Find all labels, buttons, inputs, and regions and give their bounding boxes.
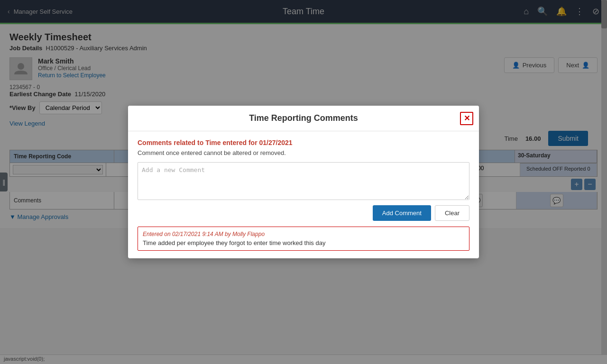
modal-body: Comments related to Time entered for 01/…: [128, 131, 479, 258]
modal-header: Time Reporting Comments ✕: [128, 106, 479, 131]
existing-comment: Entered on 02/17/2021 9:14 AM by Molly F…: [138, 227, 469, 251]
comment-actions: Add Comment Clear: [138, 205, 469, 221]
add-comment-button[interactable]: Add Comment: [373, 205, 431, 221]
modal-close-button[interactable]: ✕: [460, 112, 473, 125]
clear-button[interactable]: Clear: [435, 205, 469, 221]
modal-subtitle: Comments related to Time entered for 01/…: [138, 139, 469, 146]
modal-title: Time Reporting Comments: [249, 113, 358, 123]
existing-comment-meta: Entered on 02/17/2021 9:14 AM by Molly F…: [143, 231, 464, 237]
comment-textarea[interactable]: [138, 162, 469, 200]
modal-overlay[interactable]: Time Reporting Comments ✕ Comments relat…: [0, 0, 607, 364]
modal-note: Comment once entered cannot be altered o…: [138, 149, 469, 156]
existing-comment-text: Time added per employee they forgot to e…: [143, 239, 464, 246]
time-reporting-comments-modal: Time Reporting Comments ✕ Comments relat…: [128, 106, 479, 258]
